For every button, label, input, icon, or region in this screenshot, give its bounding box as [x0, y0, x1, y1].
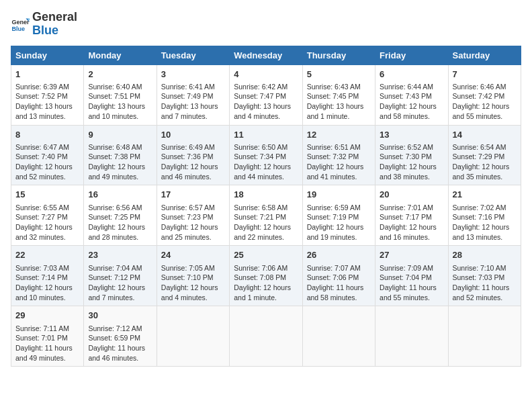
day-number: 1: [15, 68, 79, 81]
calendar-cell: 4Sunrise: 6:42 AMSunset: 7:47 PMDaylight…: [230, 64, 302, 125]
sunset: Sunset: 7:25 PM: [88, 213, 140, 221]
calendar-cell: 24Sunrise: 7:05 AMSunset: 7:10 PMDayligh…: [157, 246, 229, 306]
daylight: Daylight: 11 hours and 49 minutes.: [15, 344, 73, 362]
calendar-cell: [230, 306, 302, 367]
day-number: 13: [380, 129, 443, 141]
sunrise: Sunrise: 6:44 AM: [380, 83, 433, 91]
day-number: 9: [88, 129, 152, 141]
sunset: Sunset: 7:40 PM: [15, 152, 68, 161]
calendar-header: SundayMondayTuesdayWednesdayThursdayFrid…: [11, 46, 521, 64]
sunset: Sunset: 6:59 PM: [88, 334, 140, 342]
calendar-cell: 17Sunrise: 6:57 AMSunset: 7:23 PMDayligh…: [157, 185, 229, 246]
sunset: Sunset: 7:49 PM: [161, 92, 214, 100]
sunset: Sunset: 7:19 PM: [307, 213, 359, 221]
daylight: Daylight: 12 hours and 49 minutes.: [88, 163, 145, 181]
calendar-cell: 21Sunrise: 7:02 AMSunset: 7:16 PMDayligh…: [448, 185, 521, 246]
header: General Blue General Blue: [11, 11, 521, 38]
daylight: Daylight: 12 hours and 4 minutes.: [161, 283, 218, 302]
day-number: 21: [453, 189, 517, 201]
sunset: Sunset: 7:14 PM: [15, 273, 68, 281]
logo-text: General Blue: [32, 11, 77, 38]
day-header-monday: Monday: [84, 46, 157, 64]
sunrise: Sunrise: 6:50 AM: [234, 143, 287, 151]
calendar-cell: 11Sunrise: 6:50 AMSunset: 7:34 PMDayligh…: [230, 125, 302, 185]
day-number: 20: [380, 189, 443, 201]
sunrise: Sunrise: 6:43 AM: [307, 83, 361, 91]
daylight: Daylight: 13 hours and 10 minutes.: [88, 102, 145, 120]
daylight: Daylight: 12 hours and 7 minutes.: [88, 283, 145, 302]
daylight: Daylight: 12 hours and 13 minutes.: [453, 223, 510, 241]
daylight: Daylight: 12 hours and 44 minutes.: [234, 163, 291, 181]
sunrise: Sunrise: 6:56 AM: [88, 203, 142, 212]
sunset: Sunset: 7:10 PM: [161, 273, 214, 281]
calendar-cell: 10Sunrise: 6:49 AMSunset: 7:36 PMDayligh…: [157, 125, 229, 185]
calendar-cell: 22Sunrise: 7:03 AMSunset: 7:14 PMDayligh…: [11, 246, 84, 306]
sunrise: Sunrise: 7:11 AM: [15, 324, 69, 332]
day-header-friday: Friday: [375, 46, 448, 64]
sunrise: Sunrise: 6:49 AM: [161, 143, 215, 151]
calendar-cell: 28Sunrise: 7:10 AMSunset: 7:03 PMDayligh…: [448, 246, 521, 306]
sunset: Sunset: 7:16 PM: [453, 213, 505, 221]
day-number: 4: [234, 68, 298, 81]
daylight: Daylight: 12 hours and 38 minutes.: [380, 163, 437, 181]
logo: General Blue General Blue: [11, 11, 77, 38]
sunset: Sunset: 7:12 PM: [88, 273, 140, 281]
sunrise: Sunrise: 7:02 AM: [453, 203, 506, 212]
calendar-cell: 15Sunrise: 6:55 AMSunset: 7:27 PMDayligh…: [11, 185, 84, 246]
daylight: Daylight: 12 hours and 41 minutes.: [307, 163, 364, 181]
sunset: Sunset: 7:36 PM: [161, 152, 214, 161]
day-number: 17: [161, 189, 225, 201]
sunset: Sunset: 7:52 PM: [15, 92, 68, 100]
sunset: Sunset: 7:30 PM: [380, 152, 432, 161]
day-number: 22: [15, 249, 79, 261]
sunrise: Sunrise: 6:40 AM: [88, 83, 142, 91]
calendar-table: SundayMondayTuesdayWednesdayThursdayFrid…: [11, 46, 521, 367]
sunset: Sunset: 7:27 PM: [15, 213, 68, 221]
svg-text:General: General: [11, 19, 30, 26]
calendar-cell: 27Sunrise: 7:09 AMSunset: 7:04 PMDayligh…: [375, 246, 448, 306]
daylight: Daylight: 13 hours and 13 minutes.: [15, 102, 73, 120]
sunrise: Sunrise: 7:05 AM: [161, 264, 215, 272]
day-header-saturday: Saturday: [448, 46, 521, 64]
calendar-cell: 25Sunrise: 7:06 AMSunset: 7:08 PMDayligh…: [230, 246, 302, 306]
sunrise: Sunrise: 7:03 AM: [15, 264, 69, 272]
day-header-thursday: Thursday: [302, 46, 375, 64]
calendar-cell: 8Sunrise: 6:47 AMSunset: 7:40 PMDaylight…: [11, 125, 84, 185]
calendar-week-2: 8Sunrise: 6:47 AMSunset: 7:40 PMDaylight…: [11, 125, 521, 185]
sunset: Sunset: 7:29 PM: [453, 152, 505, 161]
day-number: 30: [88, 310, 152, 322]
sunrise: Sunrise: 6:58 AM: [234, 203, 287, 212]
day-header-tuesday: Tuesday: [157, 46, 229, 64]
calendar-cell: 9Sunrise: 6:48 AMSunset: 7:38 PMDaylight…: [84, 125, 157, 185]
day-number: 6: [380, 68, 443, 81]
day-number: 16: [88, 189, 152, 201]
sunset: Sunset: 7:38 PM: [88, 152, 140, 161]
day-number: 15: [15, 189, 79, 201]
daylight: Daylight: 12 hours and 22 minutes.: [234, 223, 291, 241]
sunrise: Sunrise: 6:39 AM: [15, 83, 69, 91]
daylight: Daylight: 12 hours and 55 minutes.: [453, 102, 510, 120]
day-number: 2: [88, 68, 152, 81]
calendar-cell: 2Sunrise: 6:40 AMSunset: 7:51 PMDaylight…: [84, 64, 157, 125]
sunrise: Sunrise: 6:51 AM: [307, 143, 361, 151]
sunset: Sunset: 7:03 PM: [453, 273, 505, 281]
daylight: Daylight: 11 hours and 58 minutes.: [307, 283, 364, 302]
daylight: Daylight: 11 hours and 46 minutes.: [88, 344, 145, 362]
daylight: Daylight: 12 hours and 46 minutes.: [161, 163, 218, 181]
daylight: Daylight: 12 hours and 35 minutes.: [453, 163, 510, 181]
calendar-cell: 26Sunrise: 7:07 AMSunset: 7:06 PMDayligh…: [302, 246, 375, 306]
day-number: 28: [453, 249, 517, 261]
sunset: Sunset: 7:34 PM: [234, 152, 286, 161]
sunrise: Sunrise: 7:01 AM: [380, 203, 433, 212]
calendar-cell: 6Sunrise: 6:44 AMSunset: 7:43 PMDaylight…: [375, 64, 448, 125]
sunrise: Sunrise: 6:54 AM: [453, 143, 506, 151]
day-number: 12: [307, 129, 371, 141]
sunset: Sunset: 7:04 PM: [380, 273, 432, 281]
calendar-cell: 16Sunrise: 6:56 AMSunset: 7:25 PMDayligh…: [84, 185, 157, 246]
day-number: 24: [161, 249, 225, 261]
sunset: Sunset: 7:21 PM: [234, 213, 286, 221]
day-number: 8: [15, 129, 79, 141]
logo-icon: General Blue: [11, 15, 30, 34]
sunset: Sunset: 7:42 PM: [453, 92, 505, 100]
daylight: Daylight: 12 hours and 25 minutes.: [161, 223, 218, 241]
